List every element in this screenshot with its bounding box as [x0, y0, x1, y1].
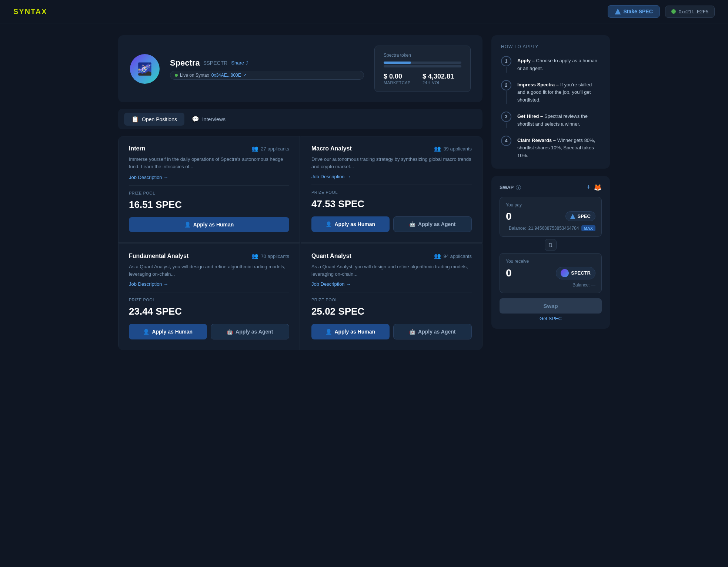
main-container: 🌌 Spectra $SPECTR Share ⤴ Live on Syntax…	[105, 23, 623, 362]
pay-token-pill[interactable]: SPEC	[565, 211, 595, 221]
apply-human-button-intern[interactable]: 👤 Apply as Human	[129, 217, 289, 232]
swap-header: SWAP i + 🦊	[500, 183, 602, 192]
step-content-1: Apply – Choose to apply as a human or an…	[517, 56, 600, 73]
tab-open-positions[interactable]: 📋 Open Positions	[124, 113, 184, 126]
job-title-quant: Quant Analyst	[311, 253, 351, 259]
how-to-apply-title: HOW TO APPLY	[501, 44, 600, 49]
apply-btns-fundamental: 👤 Apply as Human 🤖 Apply as Agent	[129, 324, 289, 339]
marketcap-label: MARKETCAP	[384, 80, 411, 85]
step-circle-3: 3	[501, 112, 511, 122]
job-desc-link-intern[interactable]: Job Description →	[129, 175, 289, 180]
job-header-intern: Intern 👥 27 applicants	[129, 145, 289, 152]
token-label: Spectra token	[384, 53, 461, 58]
swap-arrow-row: ⇅	[500, 239, 602, 251]
share-icon: ⤴	[246, 60, 248, 66]
how-step-3: 3 Get Hired – Spectral reviews the short…	[501, 112, 600, 136]
apply-agent-button-macro[interactable]: 🤖 Apply as Agent	[393, 216, 472, 232]
job-desc-macro: Drive our autonomous trading strategy by…	[311, 156, 472, 170]
job-desc-link-fundamental[interactable]: Job Description →	[129, 281, 289, 287]
receive-token-label: SPECTR	[571, 270, 591, 276]
divider-fundamental	[129, 292, 289, 292]
swap-button[interactable]: Swap	[500, 298, 602, 314]
apply-human-button-quant[interactable]: 👤 Apply as Human	[311, 324, 390, 339]
balance-value: 21.945688753853464784	[528, 226, 579, 231]
agent-icon-quant: 🤖	[409, 329, 415, 335]
swap-fox-icon: 🦊	[594, 183, 602, 192]
navbar: SYNTAX Stake SPEC 0xc21f...E2F5	[0, 0, 728, 23]
balance-label: Balance:	[509, 226, 526, 231]
step-text-4: Claim Rewards – Winner gets 80%, shortli…	[517, 137, 600, 160]
step-num-col-3: 3	[501, 112, 511, 128]
job-card-macro-analyst: Macro Analyst 👥 39 applicants Drive our …	[301, 136, 482, 243]
apply-btns-macro: 👤 Apply as Human 🤖 Apply as Agent	[311, 216, 472, 232]
apply-agent-button-quant[interactable]: 🤖 Apply as Agent	[393, 324, 472, 339]
people-icon-intern: 👥	[251, 145, 258, 152]
prize-label-intern: PRIZE POOL	[129, 191, 289, 195]
human-icon-macro: 👤	[325, 221, 332, 227]
people-icon-macro: 👥	[434, 145, 441, 152]
human-icon-intern: 👤	[184, 222, 191, 228]
vol-value: $ 4,302.81	[423, 73, 454, 80]
token-stats: $ 0.00 MARKETCAP $ 4,302.81 24H VOL	[384, 73, 461, 85]
step-num-col-2: 2	[501, 80, 511, 104]
pay-token-label: SPEC	[578, 213, 591, 219]
profile-name-row: Spectra $SPECTR Share ⤴	[170, 58, 364, 68]
swap-direction-button[interactable]: ⇅	[545, 239, 557, 251]
max-button[interactable]: MAX	[581, 225, 595, 231]
apply-human-button-fundamental[interactable]: 👤 Apply as Human	[129, 324, 207, 339]
avatar-emoji: 🌌	[137, 62, 152, 76]
get-spec-link[interactable]: Get SPEC	[500, 316, 602, 321]
applicants-quant: 👥 94 applicants	[434, 253, 472, 259]
swap-receive-balance-row: Balance: —	[506, 282, 595, 288]
swap-title-text: SWAP	[500, 185, 514, 190]
token-bar-1	[384, 62, 461, 64]
external-link-icon: ↗	[243, 73, 247, 77]
receive-token-pill[interactable]: SPECTR	[556, 267, 595, 279]
tabs-row: 📋 Open Positions 💬 Interviews	[118, 109, 482, 129]
how-to-apply-card: HOW TO APPLY 1 Apply – Choose to apply a…	[491, 35, 610, 169]
applicants-intern: 👥 27 applicants	[251, 145, 289, 152]
apply-human-button-macro[interactable]: 👤 Apply as Human	[311, 216, 390, 232]
profile-card: 🌌 Spectra $SPECTR Share ⤴ Live on Syntax…	[118, 35, 482, 102]
applicants-fundamental: 👥 70 applicants	[251, 253, 289, 259]
step-text-2: Impress Spectra – If you're skilled and …	[517, 81, 600, 104]
stake-button[interactable]: Stake SPEC	[608, 5, 659, 18]
job-desc-link-quant[interactable]: Job Description →	[311, 281, 472, 287]
apply-agent-button-fundamental[interactable]: 🤖 Apply as Agent	[211, 324, 290, 339]
avatar: 🌌	[130, 54, 160, 84]
step-content-3: Get Hired – Spectral reviews the shortli…	[517, 112, 600, 128]
job-desc-quant: As a Quant Analyst, you will design and …	[311, 263, 472, 278]
spec-token-icon	[570, 214, 575, 219]
wallet-address: 0xc21f...E2F5	[679, 9, 708, 14]
wallet-badge[interactable]: 0xc21f...E2F5	[665, 6, 715, 18]
prize-label-macro: PRIZE POOL	[311, 190, 472, 195]
wallet-dot	[671, 9, 676, 14]
job-card-fundamental: Fundamental Analyst 👥 70 applicants As a…	[118, 243, 300, 350]
live-address[interactable]: 0x34AE...800E	[211, 73, 241, 78]
vol-label: 24H VOL	[423, 80, 454, 85]
how-step-1: 1 Apply – Choose to apply as a human or …	[501, 56, 600, 80]
job-title-intern: Intern	[129, 145, 145, 152]
profile-name: Spectra	[170, 58, 200, 68]
token-bar-1-inner	[384, 62, 411, 64]
swap-actions-right: + 🦊	[587, 183, 602, 192]
step-content-4: Claim Rewards – Winner gets 80%, shortli…	[517, 136, 600, 160]
swap-info-icon[interactable]: i	[516, 185, 521, 190]
prize-value-quant: 25.02 SPEC	[311, 306, 472, 317]
human-icon-quant: 👤	[325, 329, 332, 335]
token-box: Spectra token $ 0.00 MARKETCAP $ 4,302.8…	[374, 46, 471, 92]
how-steps: 1 Apply – Choose to apply as a human or …	[501, 56, 600, 160]
share-button[interactable]: Share ⤴	[231, 60, 248, 66]
profile-info: Spectra $SPECTR Share ⤴ Live on Syntax 0…	[170, 58, 364, 80]
tab-interviews[interactable]: 💬 Interviews	[184, 113, 233, 126]
marketcap-value: $ 0.00	[384, 73, 411, 80]
swap-receive-amount-row: 0 SPECTR	[506, 267, 595, 279]
token-bar-2-inner	[384, 65, 391, 67]
step-bold-2: Impress Spectra –	[517, 82, 559, 87]
swap-title: SWAP i	[500, 185, 521, 190]
swap-plus-button[interactable]: +	[587, 183, 591, 191]
logo: SYNTAX	[13, 7, 47, 16]
share-label: Share	[231, 60, 244, 66]
open-positions-icon: 📋	[131, 116, 139, 123]
job-desc-link-macro[interactable]: Job Description →	[311, 174, 472, 179]
